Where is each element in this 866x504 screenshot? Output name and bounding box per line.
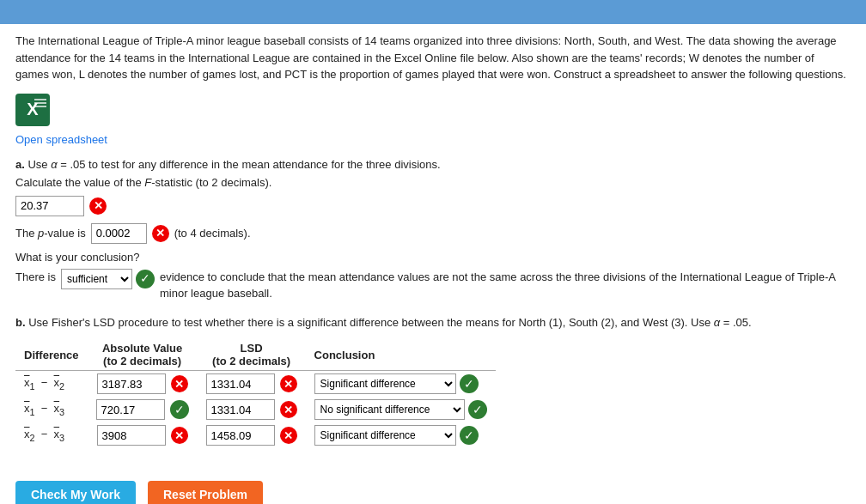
conclusion-prefix: There is <box>15 269 56 286</box>
table-row: x2 − x3 ✕ ✕ <box>15 422 496 448</box>
lsd-error-icon-3[interactable]: ✕ <box>280 427 297 444</box>
col-header-difference: Difference <box>15 339 88 371</box>
part-a-label: a. Use α = .05 to test for any differenc… <box>15 158 851 171</box>
bottom-bar: Check My Work Reset Problem <box>0 472 866 504</box>
conclusion-select-1[interactable]: Significant difference No significant di… <box>314 373 456 394</box>
conclusion-select-3[interactable]: Significant difference No significant di… <box>314 425 456 446</box>
abs-error-icon-3[interactable]: ✕ <box>171 427 188 444</box>
conclusion-select-wrap-2: No significant difference Significant di… <box>314 399 487 420</box>
abs-value-cell-2: ✓ <box>88 397 198 422</box>
abs-value-input-1[interactable] <box>97 373 166 394</box>
part-b-section: b. Use Fisher's LSD procedure to test wh… <box>15 314 851 449</box>
reset-problem-button[interactable]: Reset Problem <box>148 481 263 504</box>
lsd-input-2[interactable] <box>206 399 275 420</box>
p-value-error-icon[interactable]: ✕ <box>152 225 169 242</box>
conclusion-check-icon-3[interactable]: ✓ <box>460 426 479 445</box>
sub-3: 3 <box>59 407 64 417</box>
p-value-input[interactable] <box>91 223 147 244</box>
abs-value-cell-1: ✕ <box>88 371 198 398</box>
conclusion-select-2[interactable]: No significant difference Significant di… <box>314 399 465 420</box>
excel-icon-container: X <box>15 94 851 130</box>
col-header-abs-value: Absolute Value(to 2 decimals) <box>88 339 198 371</box>
lsd-error-icon-1[interactable]: ✕ <box>280 375 297 392</box>
f-stat-label: Calculate the value of the F-statistic (… <box>15 176 851 189</box>
diff-label-3: x2 − x3 <box>15 422 88 448</box>
part-a-instruction: Use α = .05 to test for any difference i… <box>27 158 440 171</box>
sub-2: 2 <box>59 381 64 392</box>
lsd-input-3[interactable] <box>206 425 275 446</box>
sub-2b: 2 <box>30 433 35 443</box>
part-b-letter: b. <box>15 316 26 329</box>
f-stat-error-icon[interactable]: ✕ <box>89 197 107 215</box>
excel-icon: X <box>15 94 50 126</box>
conclusion-suffix: evidence to conclude that the mean atten… <box>160 269 851 302</box>
abs-check-icon-2[interactable]: ✓ <box>170 400 189 419</box>
conclusion-cell-1: Significant difference No significant di… <box>306 371 496 398</box>
p-value-suffix: (to 4 decimals). <box>174 227 251 240</box>
main-content: The International League of Triple-A min… <box>0 24 866 472</box>
excel-x-letter: X <box>27 100 38 119</box>
sub-1b: 1 <box>30 407 35 417</box>
part-a-letter: a. <box>15 158 25 171</box>
col-header-conclusion: Conclusion <box>306 339 496 371</box>
diff-label-2: x1 − x3 <box>15 397 88 422</box>
conclusion-check-icon-2[interactable]: ✓ <box>468 400 487 419</box>
p-value-row: The p-value is ✕ (to 4 decimals). <box>15 223 851 244</box>
conclusion-select-wrap-3: Significant difference No significant di… <box>314 425 479 446</box>
table-row: x1 − x2 ✕ ✕ <box>15 371 496 398</box>
conclusion-question: What is your conclusion? <box>15 251 851 264</box>
abs-value-cell-3: ✕ <box>88 422 198 448</box>
conclusion-check-icon[interactable]: ✓ <box>136 270 155 288</box>
part-a-section: a. Use α = .05 to test for any differenc… <box>15 158 851 302</box>
conclusion-cell-3: Significant difference No significant di… <box>306 422 496 448</box>
f-stat-input[interactable] <box>15 196 84 216</box>
conclusion-select-wrap-1: Significant difference No significant di… <box>314 373 479 394</box>
abs-value-input-2[interactable] <box>96 399 165 420</box>
lsd-table: Difference Absolute Value(to 2 decimals)… <box>15 339 496 448</box>
open-spreadsheet-link[interactable]: Open spreadsheet <box>15 133 851 146</box>
conclusion-check-icon-1[interactable]: ✓ <box>460 374 479 393</box>
abs-error-icon-1[interactable]: ✕ <box>171 375 188 392</box>
lsd-error-icon-2[interactable]: ✕ <box>280 401 297 418</box>
check-my-work-button[interactable]: Check My Work <box>15 481 136 504</box>
p-value-label: The p-value is <box>15 227 86 240</box>
top-bar <box>0 0 866 24</box>
intro-text: The International League of Triple-A min… <box>15 33 851 83</box>
col-header-lsd: LSD(to 2 decimals) <box>198 339 306 371</box>
conclusion-cell-2: No significant difference Significant di… <box>306 397 496 422</box>
conclusion-select-wrap: sufficient insufficient ✓ <box>61 269 155 289</box>
lsd-input-1[interactable] <box>206 373 275 394</box>
table-row: x1 − x3 ✓ ✕ <box>15 397 496 422</box>
abs-value-input-3[interactable] <box>97 425 166 446</box>
f-stat-row: ✕ <box>15 196 851 216</box>
part-b-instruction: b. Use Fisher's LSD procedure to test wh… <box>15 314 851 331</box>
conclusion-select[interactable]: sufficient insufficient <box>61 269 132 289</box>
sub-1: 1 <box>30 381 35 392</box>
lsd-cell-2: ✕ <box>198 397 306 422</box>
lsd-cell-3: ✕ <box>198 422 306 448</box>
lsd-table-header-row: Difference Absolute Value(to 2 decimals)… <box>15 339 496 371</box>
sub-3b: 3 <box>59 433 64 443</box>
diff-label-1: x1 − x2 <box>15 371 88 398</box>
lsd-cell-1: ✕ <box>198 371 306 398</box>
conclusion-row: There is sufficient insufficient ✓ evide… <box>15 269 851 302</box>
